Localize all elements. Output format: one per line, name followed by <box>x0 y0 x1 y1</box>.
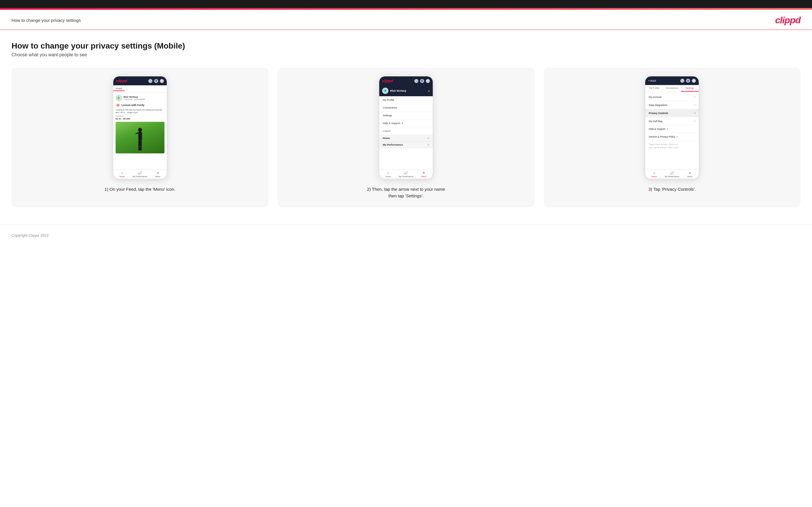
search-icon-2[interactable]: 🔍 <box>414 79 418 83</box>
feed-post-1: B Blair McHarg Yesterday · Sunningdale 🎯… <box>113 93 167 169</box>
copyright-text: Copyright Clippd 2022 <box>11 233 49 237</box>
help-support-row: Help & Support ↗ <box>649 127 668 130</box>
header-title: How to change your privacy settings <box>11 18 81 23</box>
search-icon-3[interactable]: 🔍 <box>680 79 684 83</box>
bottom-nav-home-2[interactable]: ⌂ Home <box>379 169 397 179</box>
tab-settings[interactable]: Settings <box>681 85 699 92</box>
home-label-1: Home <box>119 175 125 177</box>
back-label: < Back <box>648 79 656 82</box>
page-title: How to change your privacy settings (Mob… <box>11 41 801 51</box>
performance-icon-1: 📈 <box>138 171 142 175</box>
menu-label-3: Menu <box>688 175 693 177</box>
menu-item-settings[interactable]: Settings <box>379 112 433 119</box>
phone-icons-1: 🔍 👤 ⚙ <box>148 79 164 83</box>
my-profile-label: My Profile <box>383 99 394 101</box>
chevron-right-icon-privacy: › <box>695 111 695 115</box>
external-link-icon-help: ↗ <box>666 128 668 130</box>
post-text-1: Looking to feel like my hands are exitin… <box>115 109 164 114</box>
menu-arrow-up[interactable]: ∧ <box>428 89 430 93</box>
phone-logo-1: clippd <box>116 79 127 83</box>
menu-user-row: B Blair McHarg ∧ <box>379 85 433 96</box>
menu-item-connections[interactable]: Connections <box>379 104 433 112</box>
step-card-1: clippd 🔍 👤 ⚙ Feed B <box>11 68 268 207</box>
menu-item-logout[interactable]: Logout <box>379 127 433 135</box>
footer: Copyright Clippd 2022 <box>0 224 812 246</box>
post-lesson-1: 🎯 Lesson with Fordy <box>115 103 164 107</box>
performance-label-1: My Performance <box>133 175 147 177</box>
bottom-nav-performance-3[interactable]: 📈 My Performance <box>663 169 681 179</box>
settings-icon-2[interactable]: ⚙ <box>426 79 430 83</box>
menu-label-1: Menu <box>155 175 160 177</box>
settings-item-privacycontrols[interactable]: Privacy Controls › <box>645 109 699 117</box>
settings-tabs: My Profile Connections Settings <box>645 85 699 92</box>
phone2-foreground: clippd 🔍 👤 ⚙ B Blair McHarg <box>379 76 433 179</box>
service-privacy-row: Service & Privacy Policy ↗ <box>649 135 678 138</box>
phone-mockup-2: clippd 🔍 👤 ⚙ B Blair McHarg <box>379 76 433 179</box>
performance-icon-2: 📈 <box>404 171 408 175</box>
bottom-nav-performance-2[interactable]: 📈 My Performance <box>397 169 415 179</box>
home-icon-1: ⌂ <box>121 171 123 175</box>
phone-screen-3: < Back 🔍 👤 ⚙ My Profile Connections Sett… <box>645 76 699 179</box>
phone-mockup-1: clippd 🔍 👤 ⚙ Feed B <box>113 76 167 179</box>
step-description-1: 1) On your Feed, tap the 'Menu' icon. <box>104 186 175 193</box>
post-header-1: B Blair McHarg Yesterday · Sunningdale <box>115 95 164 101</box>
settings-icon-3[interactable]: ⚙ <box>692 79 696 83</box>
menu-items-container: My Profile Connections Settings Help & S… <box>379 96 433 179</box>
home-section-label: Home <box>383 137 390 139</box>
bottom-nav-menu-1[interactable]: ≡ Menu <box>149 169 167 179</box>
menu-user-name: Blair McHarg <box>390 89 406 92</box>
tab-connections[interactable]: Connections <box>663 85 681 92</box>
svg-rect-5 <box>138 147 140 151</box>
bottom-nav-home-1[interactable]: ⌂ Home <box>113 169 131 179</box>
svg-rect-6 <box>140 147 142 151</box>
privacy-controls-label: Privacy Controls <box>649 112 668 115</box>
settings-item-helpsupport[interactable]: Help & Support ↗ <box>645 125 699 133</box>
home-icon-2: ⌂ <box>387 171 389 175</box>
page-subtitle: Choose what you want people to see <box>11 52 801 57</box>
user-icon-1[interactable]: 👤 <box>154 79 158 83</box>
bottom-nav-menu-3[interactable]: ≡ Menu <box>681 169 699 179</box>
golf-image-1 <box>115 122 164 153</box>
step-card-2: clippd 🔍 👤 ⚙ B Blair McHarg <box>277 68 534 207</box>
phone-bottom-nav-2: ⌂ Home 📈 My Performance ✕ Menu <box>379 169 433 179</box>
settings-item-serviceprivacy[interactable]: Service & Privacy Policy ↗ <box>645 133 699 141</box>
chevron-down-icon-home: ∨ <box>427 137 429 139</box>
settings-item-dataintegrations[interactable]: Data Integrations › <box>645 101 699 109</box>
performance-label-2: My Performance <box>399 175 413 177</box>
settings-version: Clippd Client Version: 2022.8.3-3GQL Ser… <box>645 141 699 151</box>
menu-icon-1: ≡ <box>157 171 159 175</box>
settings-back[interactable]: < Back 🔍 👤 ⚙ <box>645 76 699 85</box>
phone-screen-2: clippd 🔍 👤 ⚙ B Blair McHarg <box>379 76 433 179</box>
menu-item-help[interactable]: Help & Support ↗ <box>379 119 433 127</box>
bottom-nav-performance-1[interactable]: 📈 My Performance <box>131 169 149 179</box>
phone-tab-bar-1: Feed <box>113 85 167 93</box>
performance-section-label: My Performance <box>383 143 403 146</box>
home-label-2: Home <box>386 175 391 177</box>
user-icon-3[interactable]: 👤 <box>686 79 690 83</box>
lesson-title-1: Lesson with Fordy <box>121 104 145 107</box>
menu-item-myprofile[interactable]: My Profile <box>379 96 433 104</box>
menu-section-performance[interactable]: My Performance ∨ <box>379 142 433 148</box>
connections-label: Connections <box>383 106 397 109</box>
settings-item-myaccount[interactable]: My Account › <box>645 93 699 101</box>
tab-myprofile[interactable]: My Profile <box>645 85 663 92</box>
chevron-down-icon-performance: ∨ <box>427 143 429 146</box>
step-card-3: < Back 🔍 👤 ⚙ My Profile Connections Sett… <box>544 68 801 207</box>
settings-item-mygolfbag[interactable]: My Golf Bag › <box>645 117 699 125</box>
logo: clippd <box>775 15 801 25</box>
phone-mockup-3: < Back 🔍 👤 ⚙ My Profile Connections Sett… <box>645 76 699 179</box>
main-content: How to change your privacy settings (Mob… <box>0 30 812 219</box>
menu-section-home[interactable]: Home ∨ <box>379 135 433 142</box>
phone-navbar-1: clippd 🔍 👤 ⚙ <box>113 76 167 85</box>
step-description-3: 3) Tap 'Privacy Controls'. <box>648 186 696 193</box>
feed-tab-1[interactable]: Feed <box>113 87 125 91</box>
step-description-2: 2) Then, tap the arrow next to your name… <box>363 186 449 199</box>
svg-point-0 <box>138 128 142 132</box>
user-icon-2[interactable]: 👤 <box>420 79 424 83</box>
search-icon-1[interactable]: 🔍 <box>148 79 152 83</box>
settings-icon-1[interactable]: ⚙ <box>160 79 164 83</box>
bottom-nav-menu-2[interactable]: ✕ Menu <box>415 169 433 179</box>
bottom-nav-home-3[interactable]: ⌂ Home <box>645 169 663 179</box>
performance-label-3: My Performance <box>665 175 679 177</box>
settings-label: Settings <box>383 114 392 117</box>
